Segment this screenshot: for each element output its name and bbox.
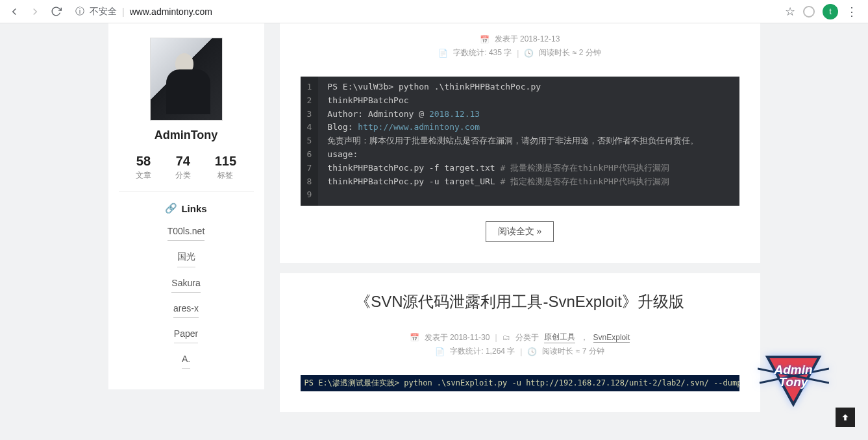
file-icon: 📄 xyxy=(435,347,445,356)
bookmark-star-icon[interactable]: ☆ xyxy=(785,5,795,19)
category-link[interactable]: SvnExploit xyxy=(593,333,630,343)
url-text: www.admintony.com xyxy=(130,6,212,17)
file-icon: 📄 xyxy=(438,49,448,58)
stats-row: 58 文章 74 分类 115 标签 xyxy=(119,154,254,192)
links-list: T00ls.net国光Sakuraares-xPaperA. xyxy=(119,222,254,375)
friend-link[interactable]: T00ls.net xyxy=(167,222,205,241)
read-more-button[interactable]: 阅读全文 » xyxy=(486,221,554,242)
reload-button[interactable] xyxy=(47,3,65,21)
main-content: 📅 发表于 2018-12-13 📄 字数统计: 435 字 | 🕓 阅读时长 … xyxy=(280,23,760,412)
clock-icon: 🕓 xyxy=(527,347,537,356)
sidebar: AdminTony 58 文章 74 分类 115 标签 🔗 Links T00… xyxy=(108,23,264,389)
calendar-icon: 📅 xyxy=(480,35,490,44)
wordcount: 字数统计: 435 字 xyxy=(453,47,512,58)
category-link[interactable]: 原创工具 xyxy=(544,332,575,343)
author-avatar xyxy=(150,38,223,121)
friend-link[interactable]: ares-x xyxy=(173,299,199,318)
stat-categories[interactable]: 74 分类 xyxy=(175,154,191,181)
code-preview: PS E:\渗透测试最佳实践> python .\svnExploit.py -… xyxy=(301,375,739,391)
stat-posts[interactable]: 58 文章 xyxy=(136,154,151,181)
extension-icon[interactable] xyxy=(803,6,815,18)
readtime: 阅读时长 ≈ 2 分钟 xyxy=(539,47,601,58)
calendar-icon: 📅 xyxy=(410,333,419,342)
clock-icon: 🕓 xyxy=(524,49,534,58)
info-icon: ⓘ xyxy=(75,6,84,18)
site-title: AdminTony xyxy=(119,128,254,142)
link-icon: 🔗 xyxy=(165,202,177,214)
forward-button[interactable] xyxy=(26,3,44,21)
profile-avatar[interactable]: t xyxy=(823,4,838,19)
browser-toolbar: ⓘ 不安全 | www.admintony.com ☆ t ⋮ xyxy=(0,0,868,23)
friend-link[interactable]: A. xyxy=(182,350,190,369)
post-title[interactable]: 《SVN源代码泄露利用工具-SvnExploit》升级版 xyxy=(301,291,739,312)
friend-link[interactable]: 国光 xyxy=(177,247,195,267)
friend-link[interactable]: Paper xyxy=(174,324,198,343)
menu-kebab-icon[interactable]: ⋮ xyxy=(846,5,858,19)
wordcount: 字数统计: 1,264 字 xyxy=(450,346,515,357)
back-to-top-button[interactable] xyxy=(836,408,855,427)
post-card: 📅 发表于 2018-12-13 📄 字数统计: 435 字 | 🕓 阅读时长 … xyxy=(280,23,760,263)
address-bar[interactable]: ⓘ 不安全 | www.admintony.com xyxy=(68,6,782,18)
readtime: 阅读时长 ≈ 7 分钟 xyxy=(542,346,604,357)
back-button[interactable] xyxy=(5,3,23,21)
folder-icon: 🗂 xyxy=(502,333,510,342)
friend-link[interactable]: Sakura xyxy=(171,274,200,293)
insecure-label: 不安全 xyxy=(90,6,117,18)
post-card: 《SVN源代码泄露利用工具-SvnExploit》升级版 📅 发表于 2018-… xyxy=(280,273,760,412)
stat-tags[interactable]: 115 标签 xyxy=(215,154,236,181)
code-block: 123456789 PS E:\vulW3b> python .\thinkPH… xyxy=(301,77,739,206)
links-heading: 🔗 Links xyxy=(119,202,254,214)
